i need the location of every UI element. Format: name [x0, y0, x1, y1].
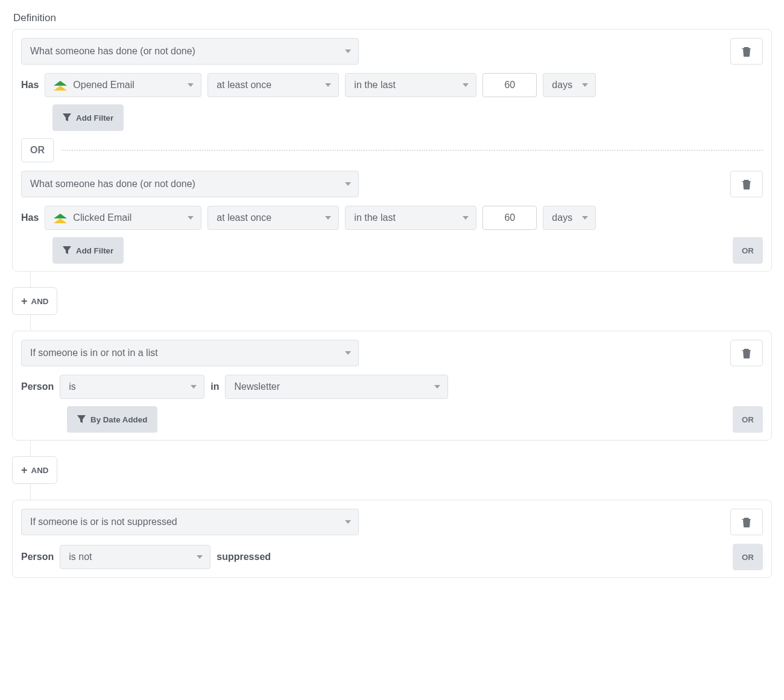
- unit-label: days: [552, 212, 572, 223]
- condition-group-3: If someone is or is not suppressed Perso…: [12, 500, 772, 578]
- plus-icon: +: [21, 296, 28, 307]
- frequency-label: at least once: [217, 212, 271, 223]
- list-name-label: Newsletter: [234, 381, 280, 392]
- person-label: Person: [21, 552, 54, 562]
- add-or-button[interactable]: OR: [733, 544, 763, 570]
- range-label: in the last: [354, 212, 395, 223]
- trash-icon: [742, 348, 751, 358]
- condition-type-label: What someone has done (or not done): [30, 179, 195, 189]
- filter-icon: [63, 246, 71, 255]
- chevron-down-icon: [188, 83, 194, 87]
- person-label: Person: [21, 381, 54, 392]
- trash-icon: [742, 179, 751, 189]
- trash-icon: [742, 46, 751, 57]
- frequency-select[interactable]: at least once: [207, 206, 339, 230]
- condition-type-label: If someone is in or not in a list: [30, 348, 158, 358]
- chevron-down-icon: [325, 216, 331, 220]
- condition-type-select[interactable]: If someone is or is not suppressed: [21, 509, 359, 535]
- connector-line: [30, 484, 31, 500]
- filter-icon: [63, 113, 71, 122]
- is-not-select[interactable]: is not: [60, 545, 210, 569]
- klaviyo-icon: [54, 212, 67, 223]
- chevron-down-icon: [188, 216, 194, 220]
- connector-line: [30, 315, 31, 331]
- and-label: AND: [31, 466, 49, 475]
- is-not-label: is not: [69, 552, 92, 562]
- unit-label: days: [552, 80, 572, 91]
- add-and-button[interactable]: + AND: [12, 456, 57, 484]
- condition-group-2: If someone is in or not in a list Person…: [12, 331, 772, 441]
- frequency-label: at least once: [217, 80, 271, 91]
- range-select[interactable]: in the last: [345, 206, 476, 230]
- add-and-button[interactable]: + AND: [12, 287, 57, 315]
- filter-icon: [77, 415, 86, 424]
- list-select[interactable]: Newsletter: [225, 375, 448, 399]
- range-value-input[interactable]: [482, 73, 537, 97]
- by-date-added-label: By Date Added: [90, 415, 147, 424]
- chevron-down-icon: [325, 83, 331, 87]
- dotted-line: [62, 150, 763, 151]
- event-select[interactable]: Opened Email: [45, 73, 201, 97]
- chevron-down-icon: [345, 520, 351, 524]
- range-value-input[interactable]: [482, 206, 537, 230]
- trash-icon: [742, 517, 751, 527]
- in-label: in: [210, 381, 219, 392]
- delete-condition-button[interactable]: [730, 340, 763, 366]
- has-label: Has: [21, 212, 39, 223]
- chevron-down-icon: [582, 83, 588, 87]
- unit-select[interactable]: days: [543, 206, 596, 230]
- event-select[interactable]: Clicked Email: [45, 206, 201, 230]
- chevron-down-icon: [345, 49, 351, 53]
- event-label: Clicked Email: [73, 212, 131, 223]
- or-separator: OR: [21, 138, 54, 162]
- condition-type-label: If someone is or is not suppressed: [30, 517, 177, 527]
- chevron-down-icon: [345, 182, 351, 186]
- chevron-down-icon: [582, 216, 588, 220]
- range-label: in the last: [354, 80, 395, 91]
- chevron-down-icon: [463, 216, 469, 220]
- and-label: AND: [31, 297, 49, 306]
- chevron-down-icon: [197, 555, 203, 559]
- connector-line: [30, 272, 31, 287]
- is-label: is: [69, 381, 76, 392]
- is-select[interactable]: is: [60, 375, 204, 399]
- add-filter-label: Add Filter: [76, 246, 113, 255]
- delete-condition-button[interactable]: [730, 171, 763, 197]
- delete-condition-button[interactable]: [730, 509, 763, 535]
- event-label: Opened Email: [73, 80, 134, 91]
- add-filter-label: Add Filter: [76, 113, 113, 122]
- suppressed-label: suppressed: [217, 552, 271, 562]
- add-or-button[interactable]: OR: [733, 406, 763, 433]
- delete-condition-button[interactable]: [730, 38, 763, 65]
- and-connector: + AND: [12, 441, 772, 500]
- by-date-added-button[interactable]: By Date Added: [67, 406, 157, 433]
- chevron-down-icon: [345, 351, 351, 355]
- condition-group-1: What someone has done (or not done) Has …: [12, 29, 772, 272]
- condition-type-select[interactable]: What someone has done (or not done): [21, 171, 359, 197]
- frequency-select[interactable]: at least once: [207, 73, 339, 97]
- unit-select[interactable]: days: [543, 73, 596, 97]
- chevron-down-icon: [434, 385, 440, 389]
- or-divider: OR: [21, 138, 763, 162]
- range-select[interactable]: in the last: [345, 73, 476, 97]
- add-filter-button[interactable]: Add Filter: [52, 104, 124, 131]
- klaviyo-icon: [54, 80, 67, 91]
- has-label: Has: [21, 80, 39, 91]
- chevron-down-icon: [463, 83, 469, 87]
- condition-type-select[interactable]: If someone is in or not in a list: [21, 340, 359, 366]
- add-or-button[interactable]: OR: [733, 237, 763, 264]
- condition-type-label: What someone has done (or not done): [30, 46, 195, 57]
- and-connector: + AND: [12, 272, 772, 331]
- chevron-down-icon: [191, 385, 197, 389]
- plus-icon: +: [21, 465, 28, 476]
- add-filter-button[interactable]: Add Filter: [52, 237, 124, 264]
- section-heading: Definition: [13, 12, 772, 24]
- condition-type-select[interactable]: What someone has done (or not done): [21, 38, 359, 65]
- connector-line: [30, 441, 31, 456]
